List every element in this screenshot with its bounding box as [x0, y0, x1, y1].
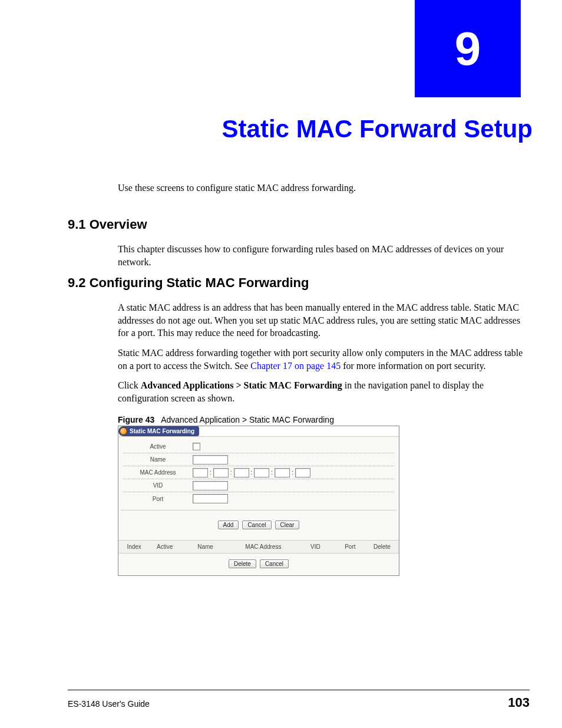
clear-button[interactable]: Clear: [275, 521, 300, 529]
delete-button[interactable]: Delete: [229, 559, 256, 568]
figure-caption: Figure 43 Advanced Application > Static …: [118, 415, 530, 424]
mac-input-6[interactable]: [295, 468, 310, 477]
mac-input-4[interactable]: [254, 468, 269, 477]
cancel-button[interactable]: Cancel: [242, 521, 271, 529]
chapter-number: 9: [455, 22, 481, 76]
panel-title: Static MAC Forwarding: [130, 428, 194, 434]
add-button[interactable]: Add: [218, 521, 239, 529]
form-area: Active Name MAC Address : : : : :: [118, 437, 399, 505]
button-row-bottom: Delete Cancel: [118, 554, 399, 575]
p2-text-b: for more information on port security.: [340, 361, 485, 371]
mac-input-2[interactable]: [213, 468, 229, 477]
cell-port: [193, 494, 394, 503]
config-paragraph-1: A static MAC address is an address that …: [118, 301, 530, 340]
form-row-active: Active: [123, 440, 394, 453]
col-mac: MAC Address: [229, 543, 298, 550]
cell-active: [193, 443, 394, 450]
config-paragraph-3: Click Advanced Applications > Static MAC…: [118, 379, 530, 404]
form-row-port: Port: [123, 492, 394, 505]
label-vid: VID: [123, 482, 193, 489]
panel-tab: Static MAC Forwarding: [118, 426, 199, 436]
chapter-link[interactable]: Chapter 17 on page 145: [250, 361, 340, 371]
form-row-mac: MAC Address : : : : :: [123, 466, 394, 479]
chapter-title: Static MAC Forward Setup: [0, 115, 533, 143]
panel-header: Static MAC Forwarding: [118, 426, 399, 437]
vid-input[interactable]: [193, 481, 228, 490]
chapter-number-box: 9: [415, 0, 521, 97]
panel-tab-icon: [120, 427, 127, 435]
content-area: Use these screens to configure static MA…: [68, 183, 530, 576]
mac-input-5[interactable]: [275, 468, 290, 477]
mac-sep: :: [210, 469, 211, 476]
footer-guide-name: ES-3148 User's Guide: [68, 699, 150, 709]
intro-text: Use these screens to configure static MA…: [118, 183, 530, 193]
button-row-top: Add Cancel Clear: [118, 512, 399, 540]
mac-sep: :: [230, 469, 232, 476]
cell-name: [193, 455, 394, 465]
col-index: Index: [121, 543, 147, 550]
nav-path: Advanced Applications > Static MAC Forwa…: [141, 380, 342, 390]
mac-sep: :: [292, 469, 293, 476]
port-input[interactable]: [193, 494, 228, 503]
cell-mac: : : : : :: [193, 468, 394, 477]
mac-input-3[interactable]: [234, 468, 249, 477]
col-active: Active: [147, 543, 182, 550]
p3-text-a: Click: [118, 380, 141, 390]
label-port: Port: [123, 496, 193, 502]
figure-screenshot: Static MAC Forwarding Active Name MAC Ad…: [118, 426, 399, 576]
page-footer: ES-3148 User's Guide 103: [68, 690, 530, 710]
mac-sep: :: [251, 469, 253, 476]
overview-paragraph: This chapter discusses how to configure …: [118, 243, 530, 268]
active-checkbox[interactable]: [193, 443, 200, 450]
section-heading-overview: 9.1 Overview: [68, 217, 530, 232]
cell-vid: [193, 481, 394, 490]
label-active: Active: [123, 443, 193, 450]
mac-input-1[interactable]: [193, 468, 208, 477]
config-paragraph-2: Static MAC address forwarding together w…: [118, 347, 530, 372]
col-delete: Delete: [368, 543, 396, 550]
section-heading-config: 9.2 Configuring Static MAC Forwarding: [68, 275, 530, 291]
label-name: Name: [123, 456, 193, 463]
col-vid: VID: [298, 543, 333, 550]
col-port: Port: [333, 543, 368, 550]
name-input[interactable]: [193, 455, 228, 465]
cancel-button-2[interactable]: Cancel: [260, 559, 289, 568]
form-row-name: Name: [123, 453, 394, 466]
col-name: Name: [182, 543, 229, 550]
figure-caption-text: Advanced Application > Static MAC Forwar…: [161, 415, 334, 424]
form-row-vid: VID: [123, 479, 394, 492]
footer-page-number: 103: [508, 695, 530, 710]
figure-label: Figure 43: [118, 415, 154, 424]
table-header-row: Index Active Name MAC Address VID Port D…: [118, 540, 399, 554]
label-mac: MAC Address: [123, 469, 193, 476]
mac-sep: :: [271, 469, 273, 476]
